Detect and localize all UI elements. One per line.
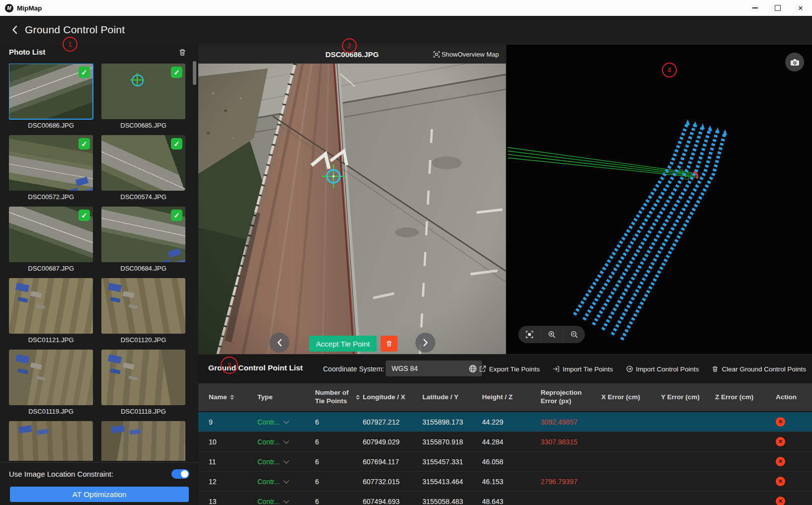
globe-icon xyxy=(469,364,477,373)
photo-thumbnail[interactable]: ✓ xyxy=(9,135,93,191)
back-button[interactable] xyxy=(12,24,22,36)
delete-row-button[interactable]: ✕ xyxy=(776,457,785,466)
previous-photo-button[interactable] xyxy=(269,333,289,353)
import-control-points-button[interactable]: Import Control Points xyxy=(626,365,699,373)
photo-item[interactable]: ✓ DSC00572.JPG xyxy=(9,135,93,201)
next-photo-button[interactable] xyxy=(415,333,435,353)
export-tie-points-button[interactable]: Export Tie Points xyxy=(479,365,540,373)
cell-type[interactable]: Contr... xyxy=(257,498,315,505)
cell-longitude: 607494.693 xyxy=(363,498,422,505)
sort-icon[interactable] xyxy=(356,395,360,400)
import-control-icon xyxy=(626,365,633,372)
page-header: Ground Control Point xyxy=(0,16,812,44)
table-row[interactable]: 11Contr...6607694.1173155457.33146.058✕ xyxy=(198,452,812,472)
at-optimization-button[interactable]: AT Optimization xyxy=(10,487,189,502)
photo-grid: ✓ DSC00686.JPG ✓ DSC00685.JPG ✓ DSC00572… xyxy=(9,64,188,461)
chevron-down-icon xyxy=(283,438,289,443)
cell-type[interactable]: Contr... xyxy=(257,478,315,486)
cell-action: ✕ xyxy=(770,437,805,446)
photo-thumbnail[interactable] xyxy=(9,278,93,334)
cell-reprojection_error: 3307.98315 xyxy=(541,438,601,446)
check-icon: ✓ xyxy=(171,210,182,221)
trash-icon[interactable] xyxy=(178,48,186,56)
photo-item[interactable]: DSC01118.JPG xyxy=(101,350,185,415)
delete-row-button[interactable]: ✕ xyxy=(776,417,785,427)
sort-icon[interactable] xyxy=(230,395,234,400)
cell-latitude: 3155870.918 xyxy=(422,438,482,446)
accept-tie-point-button[interactable]: Accept Tie Point xyxy=(309,336,377,352)
photo-thumbnail[interactable] xyxy=(101,278,185,334)
image-location-constraint-toggle[interactable] xyxy=(171,469,189,479)
maximize-button[interactable] xyxy=(766,0,789,16)
photo-item[interactable]: ✓ DSC00685.JPG xyxy=(101,64,185,129)
photo-item[interactable] xyxy=(9,421,93,461)
table-row[interactable]: 10Contr...6607949.0293155870.91844.28433… xyxy=(198,432,812,452)
cell-name: 11 xyxy=(198,458,257,466)
photo-list-title: Photo List xyxy=(9,48,45,56)
check-icon: ✓ xyxy=(79,210,90,221)
photo-thumbnail[interactable]: ✓ xyxy=(9,207,93,262)
photo-name: DSC01119.JPG xyxy=(9,408,93,415)
aerial-photo[interactable] xyxy=(198,64,506,354)
delete-row-button[interactable]: ✕ xyxy=(776,477,785,486)
photo-item[interactable]: ✓ DSC00686.JPG xyxy=(9,64,93,129)
show-overview-map-button[interactable]: ShowOverview Map xyxy=(433,45,499,64)
screenshot-camera-button[interactable] xyxy=(785,53,804,72)
photo-item[interactable] xyxy=(101,421,185,461)
photo-name: DSC00684.JPG xyxy=(101,265,185,272)
annotation-3: 3 xyxy=(221,357,238,374)
column-header-longitude-x: Longitude / X xyxy=(363,393,422,402)
table-row[interactable]: 13Contr...6607494.6933155058.48348.643✕ xyxy=(198,492,812,505)
photo-thumbnail[interactable] xyxy=(101,350,185,405)
tie-point-rays xyxy=(508,147,697,177)
column-header-number-of-tie-points[interactable]: Number of Tie Points xyxy=(315,389,363,406)
camera-tracks-plot xyxy=(506,45,812,354)
column-header-name[interactable]: Name xyxy=(198,393,257,402)
cell-latitude: 3155898.173 xyxy=(422,418,482,426)
photo-thumbnail[interactable] xyxy=(9,350,93,405)
photo-list-scrollbar[interactable] xyxy=(193,61,196,85)
photo-item[interactable]: DSC01119.JPG xyxy=(9,350,93,415)
table-row[interactable]: 12Contr...6607732.0153155413.46446.15327… xyxy=(198,472,812,492)
cell-tie_points: 6 xyxy=(315,418,363,426)
coordinate-system-input[interactable]: WGS 84 xyxy=(386,361,482,376)
photo-item[interactable]: DSC01120.JPG xyxy=(101,278,185,344)
close-button[interactable]: ✕ xyxy=(789,0,812,16)
minimize-button[interactable] xyxy=(743,0,766,16)
sparse-3d-view[interactable] xyxy=(506,45,812,354)
cell-type[interactable]: Contr... xyxy=(257,438,315,446)
cell-action: ✕ xyxy=(770,477,805,486)
column-header-x-error-cm-: X Error (cm) xyxy=(601,393,661,402)
type-dropdown-value: Contr... xyxy=(257,438,280,446)
photo-thumbnail[interactable]: ✓ xyxy=(101,64,185,119)
table-row[interactable]: 9Contr...6607927.2123155898.17344.229309… xyxy=(198,412,812,432)
type-dropdown-value: Contr... xyxy=(257,478,280,486)
photo-thumbnail[interactable] xyxy=(101,421,185,461)
photo-item[interactable]: ✓ DSC00574.JPG xyxy=(101,135,185,201)
toolbar-button-label: Import Tie Points xyxy=(563,365,613,373)
import-tie-points-button[interactable]: Import Tie Points xyxy=(553,365,613,373)
photo-item[interactable]: DSC01121.JPG xyxy=(9,278,93,344)
photo-name: DSC01120.JPG xyxy=(101,336,185,344)
delete-row-button[interactable]: ✕ xyxy=(776,497,785,505)
cell-height: 44.229 xyxy=(482,418,541,426)
clear-ground-control-points-button[interactable]: Clear Ground Control Points xyxy=(712,365,806,373)
photo-item[interactable]: ✓ DSC00684.JPG xyxy=(101,207,185,272)
photo-thumbnail[interactable]: ✓ xyxy=(9,64,93,119)
cell-longitude: 607732.015 xyxy=(363,478,422,486)
fit-view-button[interactable] xyxy=(518,326,540,343)
zoom-in-button[interactable] xyxy=(540,326,563,343)
photo-thumbnail[interactable]: ✓ xyxy=(101,207,185,262)
app-logo-icon: M xyxy=(5,4,13,12)
photo-item[interactable]: ✓ DSC00687.JPG xyxy=(9,207,93,272)
zoom-out-button[interactable] xyxy=(563,326,585,343)
divider xyxy=(0,462,198,463)
photo-thumbnail[interactable] xyxy=(9,421,93,461)
cell-type[interactable]: Contr... xyxy=(257,418,315,426)
photo-thumbnail[interactable]: ✓ xyxy=(101,135,185,191)
cell-height: 44.284 xyxy=(482,438,541,446)
cell-type[interactable]: Contr... xyxy=(257,458,315,466)
check-icon: ✓ xyxy=(171,67,182,78)
delete-row-button[interactable]: ✕ xyxy=(776,437,785,446)
delete-tie-point-button[interactable] xyxy=(381,336,398,352)
